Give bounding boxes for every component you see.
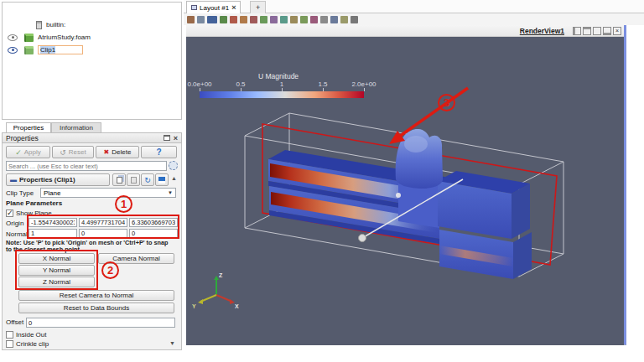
clip-cube-icon: [24, 46, 34, 54]
delete-button[interactable]: ✖ Delete: [96, 146, 139, 158]
render-view-title-link[interactable]: RenderView1: [520, 27, 564, 35]
pipeline-item-label: builtin:: [46, 21, 65, 28]
manipulator-center-sphere[interactable]: [396, 193, 401, 198]
zoom-to-data-icon[interactable]: [240, 16, 247, 23]
origin-y-field[interactable]: [79, 218, 127, 227]
zoom-to-box-icon[interactable]: [250, 16, 257, 23]
properties-header-button[interactable]: ▬ Properties (Clip1): [6, 173, 110, 186]
view-minus-x-icon[interactable]: [270, 16, 278, 23]
normal-label: Normal: [6, 230, 28, 238]
plane-parameters-label: Plane Parameters: [6, 199, 62, 207]
axis-y-label: Y: [192, 303, 196, 309]
screenshot-icon[interactable]: [220, 16, 227, 23]
properties-header-label: Properties (Clip1): [19, 176, 75, 184]
toggle-3d-icon[interactable]: [207, 16, 217, 23]
view-plus-y-icon[interactable]: [280, 16, 288, 23]
camera-undo-icon[interactable]: [187, 16, 195, 23]
scroll-up-icon[interactable]: ▲: [171, 175, 177, 181]
crinkle-clip-label: Crinkle clip: [16, 340, 49, 348]
z-normal-button[interactable]: Z Normal: [18, 277, 95, 287]
show-plane-checkbox[interactable]: [6, 209, 13, 217]
help-button[interactable]: ?: [141, 146, 177, 158]
view-minus-y-icon[interactable]: [290, 16, 298, 23]
inside-out-checkbox[interactable]: [6, 331, 13, 339]
x-normal-button[interactable]: X Normal: [18, 253, 95, 264]
split-vertical-icon[interactable]: [583, 27, 591, 35]
normal-x-field[interactable]: [29, 229, 77, 238]
colorbar-gradient[interactable]: [200, 91, 364, 98]
layout-window-icon: [191, 5, 197, 10]
reset-camera-icon[interactable]: [230, 16, 237, 23]
apply-check-icon: ✓: [15, 148, 22, 157]
annotation-circle-1: 1: [115, 195, 132, 213]
rename-input[interactable]: Clip1: [38, 45, 83, 54]
new-layout-tab-button[interactable]: +: [250, 1, 266, 13]
offset-field[interactable]: [26, 318, 175, 328]
normal-z-field[interactable]: [129, 229, 178, 238]
view-plus-z-icon[interactable]: [300, 16, 308, 23]
maximize-view-icon[interactable]: [593, 27, 601, 35]
colorbar-tick: 0.0e+00: [187, 80, 211, 88]
origin-x-field[interactable]: [29, 218, 77, 227]
origin-z-field[interactable]: [129, 218, 178, 227]
pipeline-item-builtin[interactable]: builtin:: [3, 19, 181, 30]
offset-label: Offset: [6, 318, 23, 326]
visibility-eye-icon[interactable]: [8, 47, 18, 54]
rename-text: Clip1: [40, 46, 55, 54]
chevron-down-icon: ▼: [168, 190, 173, 195]
colorbar-tick: 1: [280, 80, 283, 88]
crinkle-clip-checkbox[interactable]: [6, 340, 13, 348]
tab-information-label: Information: [60, 124, 93, 132]
view-plus-x-icon[interactable]: [260, 16, 267, 23]
normal-y-field[interactable]: [79, 229, 127, 238]
help-question-icon: ?: [156, 147, 161, 157]
paraview-window: Pipeline Browser × builtin: AtriumStudy.…: [0, 0, 644, 362]
tab-layout-1[interactable]: Layout #1 ×: [186, 1, 241, 13]
copy-properties-icon[interactable]: [112, 173, 126, 186]
properties-title: Properties: [6, 134, 164, 142]
save-properties-icon[interactable]: [155, 173, 169, 186]
render-viewport[interactable]: Z X Y U Magnitude 0.0e+00 0.5 1 1.5 2.0e…: [186, 37, 624, 345]
float-view-icon[interactable]: [603, 27, 611, 35]
dataset-cube-icon: [24, 34, 34, 42]
close-panel-icon[interactable]: ×: [174, 135, 178, 142]
properties-titlebar: Properties ×: [2, 132, 182, 143]
clip-type-select[interactable]: Plane ▼: [40, 188, 176, 198]
search-options-gear-icon[interactable]: [169, 161, 178, 170]
reset-to-data-bounds-button[interactable]: Reset to Data Bounds: [18, 303, 174, 313]
apply-button[interactable]: ✓ Apply: [6, 146, 50, 158]
rotate-90-cw-icon[interactable]: [320, 16, 328, 23]
layout-tab-label: Layout #1: [200, 4, 229, 12]
show-plane-label: Show Plane: [16, 209, 52, 217]
reset-arrow-icon: ↺: [60, 148, 66, 157]
rotate-90-ccw-icon[interactable]: [330, 16, 338, 23]
pipeline-item-clip1[interactable]: Clip1: [3, 44, 181, 55]
clipped-geometry[interactable]: [268, 129, 532, 279]
view-minus-z-icon[interactable]: [310, 16, 318, 23]
float-panel-icon[interactable]: [164, 135, 170, 141]
split-horizontal-icon[interactable]: [573, 27, 581, 35]
reset-camera-to-normal-button[interactable]: Reset Camera to Normal: [18, 290, 174, 301]
reload-properties-icon[interactable]: ↻: [141, 173, 154, 186]
y-normal-button[interactable]: Y Normal: [18, 265, 95, 276]
z-normal-label: Z Normal: [43, 278, 70, 286]
close-view-icon[interactable]: ×: [613, 27, 621, 35]
reset-button[interactable]: ↺ Reset: [52, 146, 94, 158]
reset-label: Reset: [69, 148, 86, 156]
colorbar-tick-labels: 0.0e+00 0.5 1 1.5 2.0e+00: [200, 80, 364, 88]
annotation-3-number: 3: [444, 96, 449, 109]
paste-properties-icon[interactable]: [127, 173, 140, 186]
close-tab-icon[interactable]: ×: [231, 4, 236, 11]
camera-redo-icon[interactable]: [197, 16, 205, 23]
isometric-view-icon[interactable]: [340, 16, 348, 23]
scroll-down-icon[interactable]: ▼: [169, 340, 175, 346]
visibility-eye-icon[interactable]: [8, 34, 18, 41]
pipeline-item-atriumstudy[interactable]: AtriumStudy.foam: [3, 32, 181, 43]
manipulator-handle-sphere[interactable]: [359, 235, 366, 242]
search-input[interactable]: [6, 161, 167, 171]
center-axes-icon[interactable]: [351, 16, 358, 23]
orientation-axes: Z X Y: [192, 272, 239, 309]
plus-icon: +: [256, 3, 260, 12]
pipeline-item-label: AtriumStudy.foam: [38, 34, 91, 41]
axis-x-label: X: [235, 303, 239, 309]
